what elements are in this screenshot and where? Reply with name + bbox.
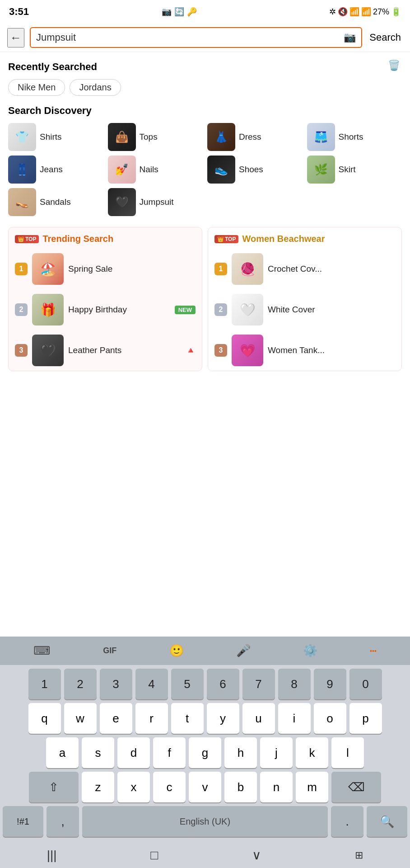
- key-6[interactable]: 6: [207, 669, 239, 699]
- search-bar: ← 📷 Search: [0, 24, 410, 52]
- key-m[interactable]: m: [296, 772, 328, 802]
- back-button[interactable]: ←: [7, 28, 24, 47]
- delete-history-icon[interactable]: 🗑️: [386, 58, 402, 73]
- key-k[interactable]: k: [296, 737, 328, 768]
- key-y[interactable]: y: [207, 703, 239, 734]
- search-input[interactable]: [36, 32, 340, 43]
- trending-item-women-tank[interactable]: 3 💗 Women Tank...: [208, 330, 401, 371]
- keyboard-qwerty-row: q w e r t y u i o p: [3, 703, 407, 734]
- recents-nav-icon[interactable]: ∨: [252, 848, 261, 863]
- key-7[interactable]: 7: [242, 669, 275, 699]
- key-v[interactable]: v: [189, 772, 221, 802]
- trending-name-whitecover: White Cover: [268, 305, 395, 315]
- status-center-icons: 📷 🔄 🔑: [162, 7, 197, 17]
- recent-tag-nike-men[interactable]: Nike Men: [8, 79, 65, 96]
- discovery-item-shirts[interactable]: 👕 Shirts: [8, 123, 103, 151]
- fire-indicator-icon: 🔺: [186, 345, 196, 355]
- discovery-thumb-sandals: 👡: [8, 188, 36, 216]
- key-q[interactable]: q: [28, 703, 61, 734]
- key-n[interactable]: n: [260, 772, 293, 802]
- trending-item-leather-pants[interactable]: 3 🖤 Leather Pants 🔺: [9, 330, 202, 371]
- gif-icon[interactable]: GIF: [98, 643, 121, 658]
- search-key[interactable]: 🔍: [367, 806, 407, 837]
- symbols-key[interactable]: !#1: [3, 806, 43, 837]
- key-s[interactable]: s: [82, 737, 114, 768]
- emoji-icon[interactable]: 🙂: [165, 641, 188, 660]
- recent-tag-jordans[interactable]: Jordans: [70, 79, 121, 96]
- key-5[interactable]: 5: [171, 669, 204, 699]
- trending-search-header: 👑 TOP Trending Search: [9, 227, 202, 249]
- key-9[interactable]: 9: [314, 669, 346, 699]
- search-input-container: 📷: [30, 27, 362, 48]
- discovery-item-jeans[interactable]: 👖 Jeans: [8, 156, 103, 184]
- backspace-key[interactable]: ⌫: [331, 772, 381, 802]
- key-3[interactable]: 3: [100, 669, 132, 699]
- discovery-thumb-nails: 💅: [108, 156, 136, 184]
- key-c[interactable]: c: [153, 772, 186, 802]
- key-u[interactable]: u: [242, 703, 275, 734]
- key-x[interactable]: x: [117, 772, 150, 802]
- keyboard-bottom-row: !#1 , English (UK) . 🔍: [3, 806, 407, 840]
- trending-name-spring-sale: Spring Sale: [68, 264, 196, 274]
- trending-item-happy-birthday[interactable]: 2 🎁 Happy Birthday NEW: [9, 289, 202, 330]
- mic-icon[interactable]: 🎤: [232, 641, 255, 660]
- battery-icon: 🔋: [391, 7, 401, 17]
- discovery-label-shorts: Shorts: [339, 132, 363, 142]
- key-4[interactable]: 4: [135, 669, 168, 699]
- keyboard-keys: 1 2 3 4 5 6 7 8 9 0 q w e r t y u i o p …: [0, 665, 410, 842]
- back-nav-icon[interactable]: |||: [47, 848, 57, 863]
- key-0[interactable]: 0: [349, 669, 382, 699]
- women-beachwear-title: Women Beachwear: [242, 234, 325, 244]
- discovery-item-jumpsuit[interactable]: 🖤 Jumpsuit: [108, 188, 203, 216]
- key-j[interactable]: j: [260, 737, 293, 768]
- key-1[interactable]: 1: [28, 669, 61, 699]
- period-key[interactable]: .: [331, 806, 363, 837]
- key-l[interactable]: l: [331, 737, 364, 768]
- discovery-item-shoes[interactable]: 👟 Shoes: [207, 156, 303, 184]
- key-z[interactable]: z: [82, 772, 114, 802]
- key-d[interactable]: d: [117, 737, 150, 768]
- signal-icon: 📶: [361, 7, 371, 17]
- space-key[interactable]: English (UK): [82, 806, 328, 837]
- key-r[interactable]: r: [135, 703, 168, 734]
- key-t[interactable]: t: [171, 703, 204, 734]
- trending-item-spring-sale[interactable]: 1 🏖️ Spring Sale: [9, 249, 202, 289]
- top-badge-trending: 👑 TOP: [15, 235, 39, 243]
- key-a[interactable]: a: [46, 737, 79, 768]
- key-e[interactable]: e: [100, 703, 132, 734]
- sticker-icon[interactable]: ⌨: [29, 641, 55, 660]
- comma-key[interactable]: ,: [47, 806, 79, 837]
- discovery-item-dress[interactable]: 👗 Dress: [207, 123, 303, 151]
- key-b[interactable]: b: [224, 772, 257, 802]
- keyboard-zxcv-row: ⇧ z x c v b n m ⌫: [3, 772, 407, 802]
- home-nav-icon[interactable]: □: [150, 848, 158, 863]
- discovery-item-sandals[interactable]: 👡 Sandals: [8, 188, 103, 216]
- key-i[interactable]: i: [278, 703, 311, 734]
- search-button[interactable]: Search: [368, 32, 403, 43]
- trending-item-crochet[interactable]: 1 🧶 Crochet Cov...: [208, 249, 401, 289]
- mute-icon: 🔇: [338, 7, 348, 17]
- key-2[interactable]: 2: [64, 669, 97, 699]
- discovery-item-nails[interactable]: 💅 Nails: [108, 156, 203, 184]
- discovery-label-shirts: Shirts: [40, 132, 62, 142]
- key-g[interactable]: g: [189, 737, 221, 768]
- key-p[interactable]: p: [349, 703, 382, 734]
- key-w[interactable]: w: [64, 703, 97, 734]
- wifi-icon: 📶: [349, 7, 359, 17]
- key-o[interactable]: o: [314, 703, 346, 734]
- shift-key[interactable]: ⇧: [29, 772, 79, 802]
- keyboard-nav-icon[interactable]: ⊞: [355, 849, 363, 861]
- discovery-thumb-jumpsuit: 🖤: [108, 188, 136, 216]
- discovery-item-skirt[interactable]: 🌿 Skirt: [307, 156, 402, 184]
- key-8[interactable]: 8: [278, 669, 311, 699]
- more-options-icon[interactable]: •••: [365, 645, 381, 657]
- discovery-item-shorts[interactable]: 🩳 Shorts: [307, 123, 402, 151]
- trending-item-white-cover[interactable]: 2 🤍 White Cover: [208, 289, 401, 330]
- key-f[interactable]: f: [153, 737, 186, 768]
- discovery-thumb-jeans: 👖: [8, 156, 36, 184]
- camera-search-icon[interactable]: 📷: [344, 32, 356, 43]
- discovery-item-tops[interactable]: 👜 Tops: [108, 123, 203, 151]
- settings-icon[interactable]: ⚙️: [298, 641, 322, 660]
- rank-badge-bw-2: 2: [214, 303, 227, 316]
- key-h[interactable]: h: [224, 737, 257, 768]
